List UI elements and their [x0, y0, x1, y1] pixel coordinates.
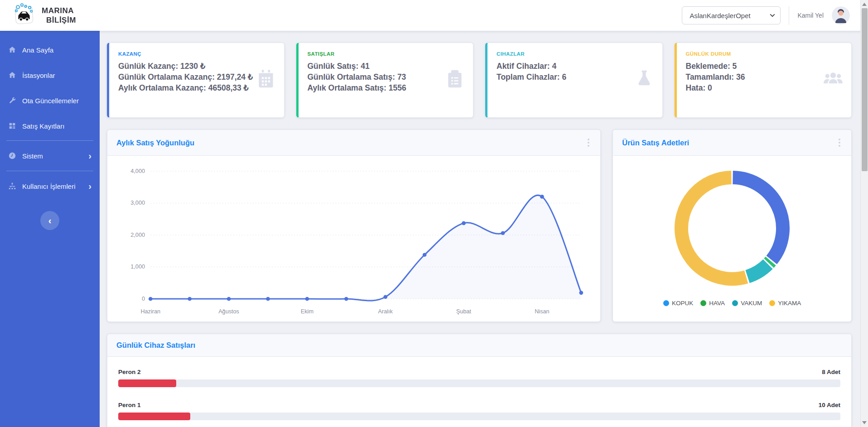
device-sales-row-peron-2: Peron 28 Adet [118, 369, 840, 387]
svg-text:2,000: 2,000 [130, 232, 145, 238]
stat-card-label: CIHAZLAR [497, 51, 633, 57]
svg-text:Ekim: Ekim [301, 308, 313, 315]
device-sales-row-peron-1: Peron 110 Adet [118, 402, 840, 420]
stat-card-satislar: SATIŞLARGünlük Satış: 41Günlük Ortalama … [296, 43, 474, 118]
sitemap-icon [8, 182, 16, 190]
legend-item-yikama[interactable]: YIKAMA [769, 300, 801, 307]
stat-card-line: Aktif Cihazlar: 4 [497, 61, 633, 72]
stat-card-line: Tamamlandı: 36 [686, 72, 823, 82]
sidebar-item-label: Kullanıcı İşlemleri [22, 182, 82, 190]
stat-card-line: Günlük Kazanç: 1230 ₺ [118, 61, 255, 72]
user-avatar[interactable] [832, 6, 850, 24]
legend-label: KOPUK [672, 300, 693, 307]
sidebar-item-label: Sistem [22, 152, 82, 160]
sidebar-item-label: Ota Güncellemeler [22, 97, 92, 105]
legend-item-kopuk[interactable]: KOPUK [663, 300, 693, 307]
progress-fill [118, 413, 190, 420]
wrench-icon [8, 96, 16, 105]
kebab-menu-icon[interactable] [586, 137, 591, 149]
sidebar-item-ana-sayfa[interactable]: Ana Sayfa [0, 37, 100, 62]
stat-card-line: Toplam Cihazlar: 6 [497, 72, 633, 82]
topbar: MARINA BİLİŞİM AslanKardeşlerOpet Kamil … [0, 0, 868, 31]
brand: MARINA BİLİŞİM [12, 2, 76, 29]
svg-text:3,000: 3,000 [130, 200, 145, 206]
progress-track [118, 413, 840, 420]
legend-label: YIKAMA [778, 300, 801, 307]
legend-item-vakum[interactable]: VAKUM [732, 300, 762, 307]
product-sales-donut-chart [671, 168, 793, 289]
progress-fill [118, 379, 176, 387]
sidebar-item-label: Ana Sayfa [22, 46, 92, 54]
sidebar-item-label: İstasyonlar [22, 72, 92, 79]
stat-card-gunluk-durum: GÜNLÜK DURUMBeklemede: 5Tamamlandı: 36Ha… [675, 43, 852, 118]
chevron-right-icon: › [88, 182, 92, 191]
sidebar-collapse-button[interactable]: ‹ [40, 211, 59, 230]
stat-card-label: SATIŞLAR [308, 51, 444, 57]
chevron-right-icon: › [88, 151, 92, 160]
device-label: Peron 2 [118, 369, 141, 375]
legend-dot-icon [663, 300, 669, 306]
stat-card-line: Beklemede: 5 [686, 61, 823, 72]
product-sales-card: Ürün Satış Adetleri KOPUKHAVAVAKUMYIKAMA [612, 130, 852, 322]
stat-card-line: Günlük Satış: 41 [308, 61, 444, 72]
sidebar-divider [6, 140, 93, 141]
car-wash-logo-icon [12, 2, 36, 29]
users-icon [823, 68, 843, 88]
stat-card-cihazlar: CIHAZLARAktif Cihazlar: 4Toplam Cihazlar… [485, 43, 663, 118]
monthly-sales-line-chart: 01,0002,0003,0004,000HaziranAğustosEkimA… [115, 159, 593, 319]
scrollbar-thumb[interactable] [862, 8, 868, 171]
vertical-scrollbar[interactable] [860, 0, 868, 427]
sidebar-item-label: Satış Kayıtları [22, 122, 92, 130]
legend-dot-icon [769, 300, 775, 306]
sidebar-item-sistem[interactable]: Sistem› [0, 143, 100, 169]
clock-icon [8, 152, 16, 160]
svg-text:0: 0 [142, 296, 145, 302]
stat-cards-row: KAZANÇGünlük Kazanç: 1230 ₺Günlük Ortala… [107, 43, 852, 118]
stat-card-line: Günlük Ortalama Satış: 73 [308, 72, 444, 82]
svg-text:Haziran: Haziran [140, 308, 160, 315]
product-sales-title: Ürün Satış Adetleri [622, 139, 689, 147]
device-label: Peron 1 [118, 402, 141, 408]
qrcode-icon [8, 122, 16, 130]
device-amount: 10 Adet [819, 402, 840, 408]
stat-card-line: Hata: 0 [686, 82, 823, 93]
home-icon [8, 71, 16, 79]
stat-card-line: Aylık Ortalama Kazanç: 46508,33 ₺ [118, 82, 255, 93]
brand-name: MARINA BİLİŞİM [42, 6, 76, 25]
stat-card-line: Aylık Ortalama Satış: 1556 [308, 82, 444, 93]
legend-label: VAKUM [741, 300, 762, 307]
monthly-sales-title: Aylık Satış Yoğunluğu [116, 139, 194, 147]
svg-text:4,000: 4,000 [130, 168, 145, 174]
legend-dot-icon [700, 300, 706, 306]
clipboard-icon [445, 68, 465, 88]
kebab-menu-icon[interactable] [837, 137, 842, 149]
topbar-divider [789, 6, 789, 25]
daily-device-sales-title: Günlük Cihaz Satışları [116, 341, 195, 350]
sidebar-item-ota-guncellemeler[interactable]: Ota Güncellemeler [0, 88, 100, 113]
stat-card-kazanc: KAZANÇGünlük Kazanç: 1230 ₺Günlük Ortala… [107, 43, 285, 118]
svg-text:Ağustos: Ağustos [218, 308, 239, 315]
sidebar-item-kullanici-i-slemleri[interactable]: Kullanıcı İşlemleri› [0, 173, 100, 199]
sidebar-item-satis-kayitlari[interactable]: Satış Kayıtları [0, 113, 100, 139]
main-content: KAZANÇGünlük Kazanç: 1230 ₺Günlük Ortala… [100, 31, 868, 427]
monthly-sales-card: Aylık Satış Yoğunluğu 01,0002,0003,0004,… [107, 130, 601, 322]
home-icon [8, 46, 16, 54]
progress-track [118, 379, 840, 387]
calendar-icon [256, 68, 276, 88]
scroll-down-arrow-icon[interactable] [862, 421, 867, 424]
donut-legend: KOPUKHAVAVAKUMYIKAMA [663, 300, 801, 307]
svg-text:1,000: 1,000 [130, 264, 145, 270]
flask-icon [634, 68, 654, 88]
sidebar-divider [6, 171, 93, 171]
legend-item-hava[interactable]: HAVA [700, 300, 725, 307]
legend-dot-icon [732, 300, 738, 306]
company-select[interactable]: AslanKardeşlerOpet [682, 6, 781, 24]
sidebar-item-i-stasyonlar[interactable]: İstasyonlar [0, 62, 100, 88]
stat-card-label: GÜNLÜK DURUM [686, 51, 823, 57]
sidebar: Ana SayfaİstasyonlarOta GüncellemelerSat… [0, 31, 100, 427]
device-amount: 8 Adet [822, 369, 840, 375]
svg-text:Nisan: Nisan [535, 308, 549, 315]
scroll-up-arrow-icon[interactable] [862, 3, 867, 6]
svg-text:Aralık: Aralık [378, 308, 393, 315]
user-name: Kamil Yel [797, 12, 824, 19]
